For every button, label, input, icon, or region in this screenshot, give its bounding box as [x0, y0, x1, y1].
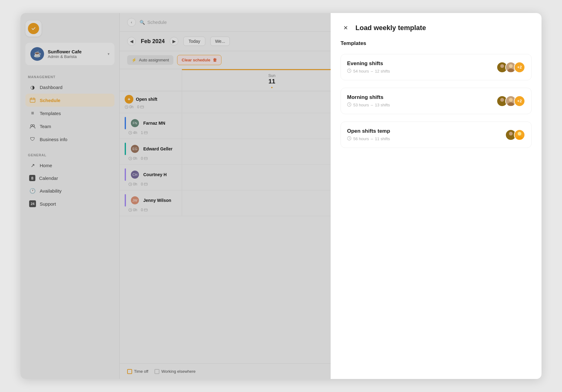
template-name-open: Open shifts temp	[347, 128, 390, 134]
template-shifts: 12 shifts	[375, 69, 390, 74]
load-template-modal: ✕ Load weekly template Templates Evening…	[331, 13, 542, 379]
template-avatars-evening: +2	[497, 62, 525, 73]
clock-icon	[347, 102, 351, 108]
template-name-morning: Morning shifts	[347, 94, 390, 100]
template-shifts: 11 shifts	[375, 136, 390, 141]
template-shifts: 13 shifts	[375, 103, 390, 107]
svg-point-38	[500, 64, 504, 68]
template-card-morning[interactable]: Morning shifts 53 hours – 13 shifts	[341, 88, 532, 114]
modal-close-button[interactable]: ✕	[341, 23, 350, 33]
template-meta-evening: 54 hours – 12 shifts	[347, 69, 390, 74]
svg-point-41	[508, 69, 514, 72]
avatar-count	[514, 129, 525, 140]
svg-point-52	[509, 132, 513, 136]
template-separator: –	[371, 69, 373, 74]
svg-point-47	[509, 98, 513, 102]
svg-line-51	[349, 138, 350, 139]
svg-line-44	[349, 105, 350, 105]
svg-line-37	[349, 71, 350, 71]
svg-point-39	[499, 69, 505, 72]
clock-icon	[347, 69, 351, 74]
avatar-count: +2	[514, 96, 525, 107]
template-avatars-morning: +2	[497, 96, 525, 107]
template-separator: –	[371, 103, 373, 107]
template-hours: 53 hours	[353, 103, 369, 107]
template-hours: 54 hours	[353, 69, 369, 74]
template-avatars-open	[505, 129, 525, 140]
modal-overlay[interactable]: ✕ Load weekly template Templates Evening…	[20, 13, 542, 379]
svg-point-45	[500, 98, 504, 102]
templates-section-label: Templates	[341, 40, 532, 47]
template-hours: 56 hours	[353, 136, 369, 141]
template-name-evening: Evening shifts	[347, 60, 390, 67]
modal-header: ✕ Load weekly template	[341, 23, 532, 33]
template-card-open[interactable]: Open shifts temp 56 hours – 11 shifts	[341, 122, 532, 148]
template-meta-open: 56 hours – 11 shifts	[347, 136, 390, 141]
template-meta-morning: 53 hours – 13 shifts	[347, 102, 390, 108]
svg-point-54	[518, 132, 521, 136]
avatar-count: +2	[514, 62, 525, 73]
clock-icon	[347, 136, 351, 141]
svg-point-55	[516, 136, 523, 140]
close-icon: ✕	[343, 24, 348, 31]
app-container: ☕ Sunflower Cafe Admin & Barista ▾ MANAG…	[20, 13, 542, 379]
svg-point-46	[499, 102, 505, 106]
modal-title: Load weekly template	[355, 24, 426, 32]
template-card-evening[interactable]: Evening shifts 54 hours – 12 shifts	[341, 54, 532, 80]
template-separator: –	[371, 136, 373, 141]
svg-point-53	[508, 136, 514, 140]
svg-point-48	[508, 102, 514, 106]
svg-point-40	[509, 64, 513, 68]
